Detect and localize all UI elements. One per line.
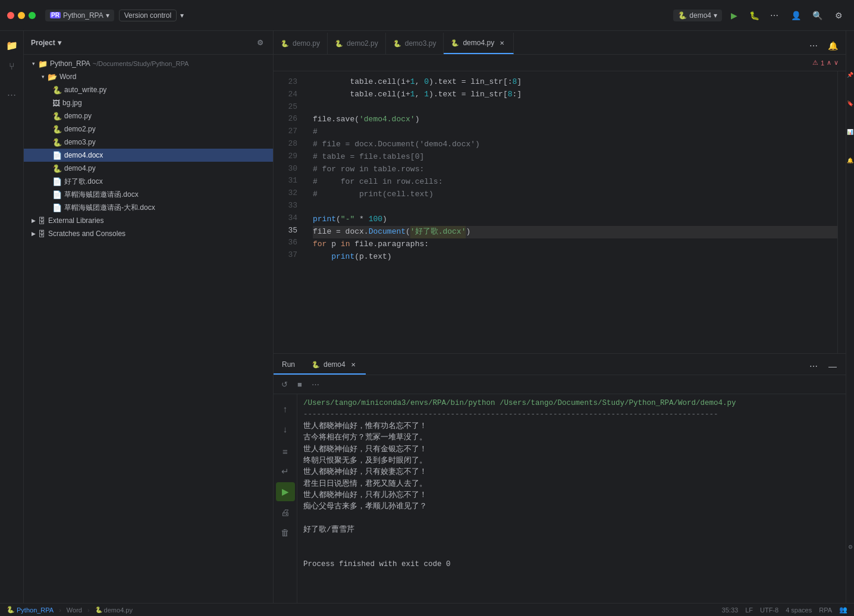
sidebar-icon-more[interactable]: …: [2, 83, 21, 102]
console-line-blank3: [303, 548, 840, 559]
project-header-dropdown[interactable]: ▾: [58, 39, 61, 47]
search-button[interactable]: 🔍: [809, 7, 825, 24]
bottom-panel: Run 🐍 demo4 ✕ ⋯ — ↺ ■ ⋯: [274, 353, 846, 603]
tree-label: External Libraries: [48, 216, 103, 225]
tab-bar-actions: ⋯ 🔔: [800, 37, 846, 54]
bottom-tab-actions: ⋯ —: [800, 358, 846, 375]
status-language[interactable]: RPA: [817, 606, 834, 614]
minimize-button[interactable]: [18, 12, 25, 19]
status-file[interactable]: 🐍 demo4.py: [93, 606, 134, 614]
tree-item-demo2-py[interactable]: 🐍 demo2.py: [24, 122, 273, 136]
right-icon-5[interactable]: ⚙: [846, 539, 855, 555]
project-panel: Project ▾ ⚙ ▾ 📁 Python_RPA ~/Documents/S…: [24, 31, 274, 603]
error-indicator[interactable]: ⚠ 1 ∧ ∨: [812, 59, 839, 67]
wrap-icon[interactable]: ≡: [276, 442, 295, 461]
tree-item-scratches[interactable]: ▶ 🗄 Scratches and Consoles: [24, 227, 273, 240]
tree-label: bg.jpg: [62, 99, 82, 107]
tree-item-demo-py[interactable]: 🐍 demo.py: [24, 109, 273, 122]
left-sidebar-icons: 📁 ⑂ …: [0, 31, 24, 603]
tree-label: Scratches and Consoles: [48, 230, 125, 238]
tree-path: ~/Documents/Study/Python_RPA: [93, 60, 189, 67]
run-config-name: demo4: [689, 11, 711, 20]
status-indent[interactable]: 4 spaces: [784, 606, 814, 614]
tab-demo-py[interactable]: 🐍 demo.py: [274, 33, 328, 54]
tree-item-caomao-dahe-docx[interactable]: 📄 草帽海贼团邀请函-大和.docx: [24, 201, 273, 214]
tab-close-button[interactable]: ✕: [498, 39, 506, 47]
main-area: 📁 ⑂ … Project ▾ ⚙ ▾ 📁 Python_RPA ~/Docum…: [0, 31, 854, 603]
tree-item-bg-jpg[interactable]: 🖼 bg.jpg: [24, 96, 273, 109]
more-options-button[interactable]: ⋯: [766, 7, 783, 24]
status-folder[interactable]: Word: [65, 606, 84, 614]
stop-button[interactable]: ■: [293, 378, 307, 392]
status-collab-icon[interactable]: 👥: [837, 606, 849, 614]
sidebar-icon-project[interactable]: 📁: [2, 36, 21, 55]
status-position[interactable]: 35:33: [720, 606, 740, 614]
tree-item-haole-docx[interactable]: 📄 好了歌.docx: [24, 175, 273, 188]
run-config-selector[interactable]: 🐍 demo4 ▾: [673, 10, 722, 21]
tree-arrow: ▾: [38, 74, 48, 80]
docx-file-icon: 📄: [52, 190, 62, 199]
status-encoding[interactable]: UTF-8: [758, 606, 780, 614]
console-line-7: 世人都晓神仙好，只有儿孙忘不了！: [303, 490, 840, 501]
right-icon-3[interactable]: 📊: [846, 124, 855, 140]
run-tab-label: Run: [282, 360, 295, 369]
tab-demo2-py[interactable]: 🐍 demo2.py: [328, 33, 386, 54]
bottom-tab-run[interactable]: Run: [274, 356, 303, 375]
scroll-down-icon[interactable]: ↓: [276, 419, 295, 438]
more-run-options[interactable]: ⋯: [308, 378, 322, 392]
status-lf[interactable]: LF: [743, 606, 755, 614]
code-editor[interactable]: table.cell(i+1, 0).text = lin_str[:8] ta…: [303, 71, 837, 353]
tree-item-external-libs[interactable]: ▶ 🗄 External Libraries: [24, 214, 273, 227]
editor-content: 23 24 25 26 27 28 29 30 31 32 33 34 35 3…: [274, 71, 846, 353]
settings-button[interactable]: ⚙: [830, 7, 847, 24]
tree-label: Word: [59, 73, 76, 81]
console-line-3: 世人都晓神仙好，只有金银忘不了！: [303, 444, 840, 455]
vcs-button[interactable]: Version control: [119, 10, 177, 21]
project-header-label: Project: [31, 39, 55, 47]
bottom-tab-demo4[interactable]: 🐍 demo4 ✕: [303, 356, 366, 375]
panel-header-actions: ⚙: [254, 37, 266, 49]
tab-demo3-py[interactable]: 🐍 demo3.py: [386, 33, 444, 54]
status-project[interactable]: 🐍 Python_RPA: [5, 606, 55, 614]
scroll-up-icon[interactable]: ↑: [276, 399, 295, 418]
bottom-options-button[interactable]: ⋯: [805, 358, 822, 375]
bottom-tab-bar: Run 🐍 demo4 ✕ ⋯ —: [274, 354, 846, 375]
run-active-icon[interactable]: ▶: [276, 482, 295, 501]
tree-item-auto-write[interactable]: 🐍 auto_write.py: [24, 83, 273, 96]
debug-button[interactable]: 🐛: [746, 7, 762, 24]
tree-item-word[interactable]: ▾ 📂 Word: [24, 70, 273, 83]
right-sidebar: 📌 🔖 📊 🔔 ⚙: [846, 31, 854, 603]
tree-item-caomao-docx[interactable]: 📄 草帽海贼团邀请函.docx: [24, 188, 273, 201]
console-line-6: 君生日日说恩情，君死又随人去了。: [303, 479, 840, 490]
tree-item-python-rpa-root[interactable]: ▾ 📁 Python_RPA ~/Documents/Study/Python_…: [24, 57, 273, 70]
sidebar-icon-git[interactable]: ⑂: [2, 57, 21, 76]
status-bar: 🐍 Python_RPA › Word › 🐍 demo4.py 35:33 L…: [0, 603, 854, 616]
tab-options-button[interactable]: ⋯: [805, 37, 822, 54]
tree-label: demo4.docx: [64, 151, 103, 159]
tree-item-demo4-py[interactable]: 🐍 demo4.py: [24, 162, 273, 175]
console-line-cmd: /Users/tango/miniconda3/envs/RPA/bin/pyt…: [303, 398, 840, 409]
print-icon[interactable]: 🖨: [276, 502, 295, 521]
rerun-button[interactable]: ↺: [277, 378, 291, 392]
notifications-button[interactable]: 🔔: [824, 37, 841, 54]
run-button[interactable]: ▶: [726, 7, 742, 24]
right-icon-4[interactable]: 🔔: [846, 152, 855, 169]
run-tab-close[interactable]: ✕: [349, 360, 357, 369]
tab-bar: 🐍 demo.py 🐍 demo2.py 🐍 demo3.py 🐍 demo4.…: [274, 31, 846, 55]
bottom-minimize-button[interactable]: —: [824, 358, 841, 375]
maximize-button[interactable]: [29, 12, 36, 19]
soft-wrap-icon[interactable]: ↵: [276, 462, 295, 481]
tab-demo4-py[interactable]: 🐍 demo4.py ✕: [444, 33, 514, 54]
tree-item-demo4-docx[interactable]: 📄 demo4.docx: [24, 149, 273, 162]
tree-item-demo3-py[interactable]: 🐍 demo3.py: [24, 136, 273, 149]
right-icon-1[interactable]: 📌: [846, 67, 855, 83]
close-button[interactable]: [7, 12, 14, 19]
console-output[interactable]: /Users/tango/miniconda3/envs/RPA/bin/pyt…: [297, 394, 846, 603]
profile-button[interactable]: 👤: [787, 7, 804, 24]
right-icon-2[interactable]: 🔖: [846, 95, 855, 112]
line-numbers: 23 24 25 26 27 28 29 30 31 32 33 34 35 3…: [274, 71, 303, 353]
project-selector[interactable]: PR Python_RPA ▾: [45, 10, 114, 21]
trash-icon[interactable]: 🗑: [276, 523, 295, 542]
panel-settings-icon[interactable]: ⚙: [254, 37, 266, 49]
code-line-35: file = docx.Document('好了歌.docx'): [313, 226, 837, 238]
